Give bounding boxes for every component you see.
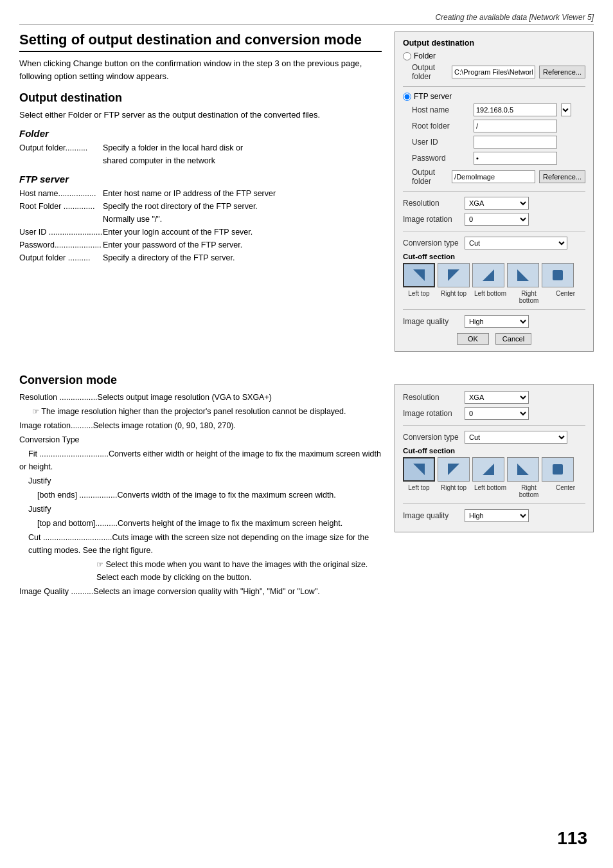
panel2-image-quality-row: Image quality High [403,509,585,522]
ftp-hostname-def: Host name................. Enter host na… [19,187,382,200]
ftp-userid-def: User ID ........................ Enter y… [19,226,382,239]
section2-title: Output destination [19,91,382,105]
cut-label-center: Center [549,290,582,304]
image-rotation-label: Image rotation [403,215,461,224]
output-folder2-input[interactable] [452,170,535,183]
ftp-rootfolder-def: Root Folder .............. Specify the r… [19,200,382,226]
resolution-select[interactable]: XGA VGA SXGA+ [465,197,529,210]
rootfolder-row: Root folder [412,120,585,132]
panel2-image-rotation-label: Image rotation [403,409,461,418]
panel2-cut-label-lefttop: Left top [403,484,435,498]
output-folder-row: Output folder Reference... [412,63,585,81]
conversion-mode-title: Conversion mode [19,374,382,387]
ftp-password-def: Password..................... Enter your… [19,239,382,251]
conversion-type-select[interactable]: Cut Fit Justify [465,237,567,249]
panel2-image-rotation-select[interactable]: 0 [465,407,529,420]
page-number: 113 [557,828,587,849]
folder-radio-label: Folder [414,51,436,60]
conversion-type-def-label: Conversion Type [19,433,382,446]
panel2-cut-label-center: Center [549,484,582,498]
justify-label1: Justify [19,475,382,487]
folder-radio-row[interactable]: Folder [403,51,585,60]
panel2-resolution-row: Resolution XGA [403,391,585,404]
cut-left-top[interactable] [403,263,435,287]
userid-row: User ID [412,136,585,149]
output-folder-label: Output folder [412,63,448,81]
output-folder-input[interactable] [452,66,535,78]
cut-right-bottom[interactable] [507,263,539,287]
userid-input[interactable] [474,136,557,149]
cut-note: ☞ Select this mode when you want to have… [19,558,382,584]
panel2: Resolution XGA Image rotation 0 Conversi… [395,384,594,532]
cut-label-lefttop: Left top [403,290,435,304]
justify-topbottom-def: [top and bottom]..........Converts heigh… [19,517,382,530]
hostname-label: Host name [412,105,470,114]
password-label: Password [412,154,470,163]
ftp-radio[interactable] [403,93,411,101]
cancel-button[interactable]: Cancel [495,333,531,345]
panel2-cut-center[interactable] [542,457,574,482]
panel2-image-quality-label: Image quality [403,511,461,520]
folder-radio[interactable] [403,52,411,60]
panel2-cut-label-rightbottom: Right bottom [511,484,547,498]
hostname-input[interactable] [474,104,557,116]
ftp-title: FTP server [19,174,382,185]
cut-label-leftbottom: Left bottom [472,290,508,304]
ftp-radio-label: FTP server [414,92,452,101]
panel2-cut-right-top[interactable] [438,457,470,482]
panel2-conversion-type-label: Conversion type [403,433,461,442]
panel2-cut-left-top[interactable] [403,457,435,482]
panel2-cut-off-label: Cut-off section [403,447,585,455]
fit-def: Fit ...............................Conve… [19,448,382,473]
ftp-outputfolder-def: Output folder .......... Specify a direc… [19,251,382,264]
image-rotation-def: Image rotation..........Selects image ro… [19,419,382,432]
section2-desc: Select either Folder or FTP server as th… [19,109,382,122]
image-quality-def: Image Quality ..........Selects an image… [19,585,382,598]
cut-left-bottom[interactable] [472,263,504,287]
image-quality-select[interactable]: High Mid Low [465,315,529,328]
cut-def: Cut ...............................Cuts … [19,531,382,557]
justify-label2: Justify [19,503,382,516]
conversion-type-row: Conversion type Cut Fit Justify [403,237,585,249]
hostname-dropdown[interactable] [561,104,571,116]
resolution-def: Resolution .................Selects outp… [19,391,382,404]
image-quality-label: Image quality [403,317,461,326]
page-header: Creating the available data [Network Vie… [19,13,594,25]
panel2-cut-right-bottom[interactable] [507,457,539,482]
panel2-cut-label-leftbottom: Left bottom [472,484,508,498]
panel2-cut-images-row [403,457,585,482]
output-destination-panel: Output destination Folder Output folder … [395,32,594,352]
reference-button[interactable]: Reference... [539,66,585,78]
output-folder2-label: Output folder [412,168,448,186]
panel2-resolution-select[interactable]: XGA [465,391,529,404]
cut-label-righttop: Right top [438,290,470,304]
folder-def-item: Output folder.......... Specify a folder… [19,141,382,167]
conversion-type-label: Conversion type [403,239,461,248]
panel2-cut-label-righttop: Right top [438,484,470,498]
rootfolder-input[interactable] [474,120,557,132]
cut-right-top[interactable] [438,263,470,287]
password-input[interactable] [474,152,557,165]
panel-bottom-row: OK Cancel [403,333,585,345]
panel2-cut-labels-row: Left top Right top Left bottom Right bot… [403,484,585,498]
reference2-button[interactable]: Reference... [539,170,585,183]
cut-labels-row: Left top Right top Left bottom Right bot… [403,290,585,304]
password-row: Password [412,152,585,165]
cut-images-row [403,263,585,287]
cut-center[interactable] [542,263,574,287]
panel-title: Output destination [403,39,585,48]
panel2-image-quality-select[interactable]: High [465,509,529,522]
panel2-cut-left-bottom[interactable] [472,457,504,482]
ftp-radio-row[interactable]: FTP server [403,92,585,101]
image-rotation-select[interactable]: 0 90 180 270 [465,213,529,226]
section1-intro: When clicking Change button on the confi… [19,57,382,82]
panel2-conversion-type-select[interactable]: Cut [465,431,567,444]
resolution-row: Resolution XGA VGA SXGA+ [403,197,585,210]
userid-label: User ID [412,138,470,147]
folder-title: Folder [19,128,382,139]
resolution-note: ☞ The image resolution higher than the p… [19,405,382,418]
panel2-image-rotation-row: Image rotation 0 [403,407,585,420]
image-quality-row: Image quality High Mid Low [403,315,585,328]
section1-title: Setting of output destination and conver… [19,32,382,52]
ok-button[interactable]: OK [457,333,489,345]
